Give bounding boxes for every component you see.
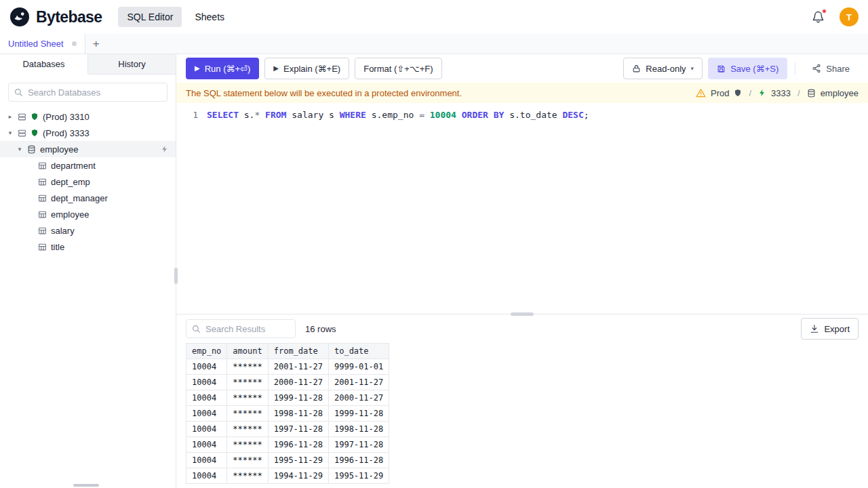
bytebase-home-link[interactable]: Bytebase [9, 7, 102, 27]
row-count: 16 rows [305, 324, 336, 334]
table-cell: ****** [227, 406, 268, 422]
database-search-input[interactable] [28, 87, 161, 98]
table-row[interactable]: 10004******2001-11-279999-01-01 [186, 359, 389, 375]
table-cell: ****** [227, 422, 268, 437]
panel-resize-handle[interactable] [511, 312, 534, 316]
table-row[interactable]: 10004******2000-11-272001-11-27 [186, 375, 389, 390]
table-cell: 1999-11-28 [268, 390, 328, 406]
table-cell: ****** [227, 453, 268, 468]
tree-item-label: (Prod) 3333 [43, 128, 90, 138]
instance-icon [18, 129, 26, 138]
table-cell: 1996-11-28 [268, 437, 328, 453]
table-cell: 10004 [186, 406, 227, 422]
table-cell: 10004 [186, 422, 227, 437]
table-cell: 1994-11-29 [268, 468, 328, 484]
table-row[interactable]: 10004******1997-11-281998-11-28 [186, 422, 389, 437]
sql-editor[interactable]: 1 SELECT s.* FROM salary s WHERE s.emp_n… [176, 103, 868, 314]
results-search-input[interactable] [205, 324, 290, 334]
environment-label: Prod [711, 88, 729, 98]
tree-item-table-dept-manager[interactable]: dept_manager [0, 190, 176, 206]
column-header-from_date[interactable]: from_date [268, 344, 328, 359]
instance-label: 3333 [771, 88, 791, 98]
tree-item-table-dept-emp[interactable]: dept_emp [0, 174, 176, 190]
sidebar-tabs: Databases History [0, 54, 176, 75]
sql-line-content: SELECT s.* FROM salary s WHERE s.emp_no … [207, 108, 589, 121]
column-header-emp_no[interactable]: emp_no [186, 344, 227, 359]
sidebar: Databases History ▸(Prod) 3310▾(Prod) 33… [0, 54, 176, 488]
database-search-wrap [0, 75, 176, 108]
run-button-label: Run (⌘+⏎) [205, 64, 251, 74]
sql-token: SELECT [207, 110, 239, 120]
tree-item-table-employee[interactable]: employee [0, 206, 176, 222]
results-search[interactable] [186, 319, 296, 338]
tree-item-table-department[interactable]: department [0, 157, 176, 174]
warning-icon [696, 88, 706, 98]
sql-token: WHERE [340, 110, 366, 120]
explain-button[interactable]: ▶ Explain (⌘+E) [264, 58, 349, 79]
readonly-mode-button[interactable]: Read-only ▾ [623, 58, 703, 79]
save-button[interactable]: Save (⌘+S) [708, 58, 787, 79]
tab-history[interactable]: History [88, 54, 176, 75]
chevron-right-icon: ▸ [7, 113, 14, 120]
breadcrumb-separator: / [795, 88, 802, 98]
table-row[interactable]: 10004******1996-11-281997-11-28 [186, 437, 389, 453]
nav-sql-editor[interactable]: SQL Editor [118, 7, 182, 27]
database-search[interactable] [8, 83, 167, 102]
table-cell: ****** [227, 390, 268, 406]
connect-bolt-icon [758, 89, 766, 97]
table-row[interactable]: 10004******1999-11-282000-11-27 [186, 390, 389, 406]
database-tree: ▸(Prod) 3310▾(Prod) 3333▾employeedepartm… [0, 108, 176, 488]
table-cell: 1995-11-29 [268, 453, 328, 468]
workspace-body: Databases History ▸(Prod) 3310▾(Prod) 33… [0, 54, 868, 488]
table-icon [38, 194, 47, 203]
table-row[interactable]: 10004******1998-11-281999-11-28 [186, 406, 389, 422]
table-cell: ****** [227, 375, 268, 390]
nav-sheets[interactable]: Sheets [186, 7, 233, 27]
sql-token: s. [239, 110, 254, 120]
tree-item-instance-prod-3310[interactable]: ▸(Prod) 3310 [0, 108, 176, 125]
table-cell: 1999-11-28 [328, 406, 389, 422]
protection-banner: The SQL statement below will be executed… [176, 83, 868, 103]
tree-item-table-title[interactable]: title [0, 239, 176, 255]
sidebar-resize-handle[interactable] [174, 268, 178, 284]
avatar[interactable]: T [840, 7, 859, 26]
database-label: employee [821, 88, 859, 98]
brand-name: Bytebase [36, 8, 102, 26]
sql-token: ORDER BY [462, 110, 505, 120]
export-button[interactable]: Export [801, 318, 859, 340]
chevron-down-icon: ▾ [16, 146, 23, 152]
table-cell: 10004 [186, 437, 227, 453]
notifications-button[interactable] [808, 7, 829, 28]
table-cell: 1997-11-28 [268, 422, 328, 437]
results-header-row: emp_noamountfrom_dateto_date [186, 344, 389, 359]
tree-item-label: salary [51, 226, 75, 236]
table-row[interactable]: 10004******1994-11-291995-11-29 [186, 468, 389, 484]
tree-item-instance-prod-3333[interactable]: ▾(Prod) 3333 [0, 125, 176, 141]
tree-item-label: (Prod) 3310 [43, 112, 90, 122]
run-button[interactable]: ▶ Run (⌘+⏎) [186, 58, 259, 79]
tab-databases[interactable]: Databases [0, 54, 88, 75]
connection-breadcrumb[interactable]: Prod / 3333 / employee [696, 88, 859, 98]
sql-line: 1 SELECT s.* FROM salary s WHERE s.emp_n… [176, 108, 868, 121]
table-cell: 2000-11-27 [328, 390, 389, 406]
banner-message: The SQL statement below will be executed… [186, 88, 462, 98]
share-button[interactable]: Share [803, 58, 859, 79]
column-header-to_date[interactable]: to_date [328, 344, 389, 359]
sheet-tab-bar: Untitled Sheet + [0, 34, 868, 54]
toolbar-divider [795, 62, 795, 75]
column-header-amount[interactable]: amount [227, 344, 268, 359]
tree-item-label: employee [40, 144, 78, 155]
table-icon [38, 243, 47, 251]
sheet-tab-untitled[interactable]: Untitled Sheet [0, 34, 85, 54]
sql-token: salary s [286, 110, 339, 120]
tree-item-database-employee[interactable]: ▾employee [0, 141, 176, 157]
table-cell: 10004 [186, 468, 227, 484]
table-cell: 10004 [186, 390, 227, 406]
table-cell: ****** [227, 468, 268, 484]
sidebar-scrollbar[interactable] [73, 484, 99, 487]
table-cell: 1998-11-28 [328, 422, 389, 437]
add-sheet-button[interactable]: + [85, 34, 107, 54]
tree-item-table-salary[interactable]: salary [0, 222, 176, 239]
table-row[interactable]: 10004******1995-11-291996-11-28 [186, 453, 389, 468]
format-button[interactable]: Format (⇧+⌥+F) [355, 58, 441, 79]
